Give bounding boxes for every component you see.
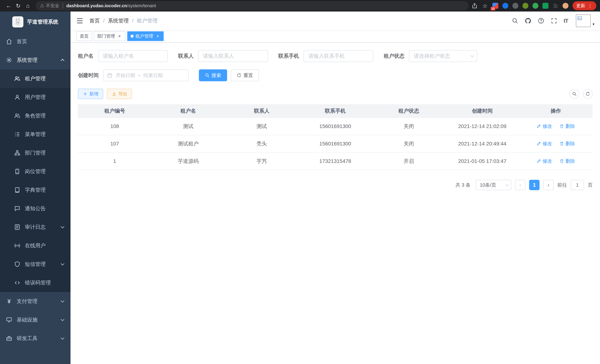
sidebar-item-tenant[interactable]: 租户管理 bbox=[0, 69, 71, 88]
extension-icon-1[interactable]: 10 bbox=[492, 3, 498, 9]
chevron-down-icon bbox=[61, 336, 64, 340]
security-indicator[interactable]: ⚠ 不安全 bbox=[40, 3, 59, 9]
sidebar-item-post[interactable]: 岗位管理 bbox=[0, 162, 71, 181]
column-header-phone: 联系手机 bbox=[299, 104, 372, 118]
cell-name: 测试 bbox=[151, 118, 225, 135]
sidebar-item-dict[interactable]: 字典管理 bbox=[0, 181, 71, 199]
extension-badge: 10 bbox=[490, 7, 495, 10]
phone-input[interactable] bbox=[303, 50, 373, 62]
reset-button[interactable]: 重置 bbox=[231, 69, 259, 81]
date-range-picker[interactable]: 开始日期 - 结束日期 bbox=[103, 69, 188, 81]
filter-label: 创建时间 bbox=[78, 72, 99, 79]
logo[interactable]: 芋道管理系统 bbox=[0, 11, 71, 32]
browser-update-button[interactable]: 更新 ⋮ bbox=[572, 1, 596, 10]
cell-created: 2021-12-14 20:49:44 bbox=[445, 135, 519, 152]
goto-page-input[interactable] bbox=[571, 180, 584, 190]
sidebar-item-notice[interactable]: 通知公告 bbox=[0, 199, 71, 218]
search-icon[interactable] bbox=[512, 18, 518, 24]
prev-page-button[interactable]: ‹ bbox=[515, 180, 525, 190]
sidebar-collapse-icon[interactable] bbox=[76, 17, 84, 25]
tenant-name-input[interactable] bbox=[98, 50, 168, 62]
delete-link[interactable]: 删除 bbox=[560, 123, 575, 130]
warning-icon: ⚠ bbox=[40, 3, 44, 8]
breadcrumb-home[interactable]: 首页 bbox=[89, 17, 100, 24]
next-page-button[interactable]: › bbox=[543, 180, 554, 190]
refresh-table-button[interactable] bbox=[583, 89, 593, 99]
sidebar-item-infra[interactable]: 基础设施 bbox=[0, 311, 71, 329]
sidebar-item-online-user[interactable]: 在线用户 bbox=[0, 236, 71, 255]
delete-link[interactable]: 删除 bbox=[560, 158, 575, 164]
sidebar-item-payment[interactable]: ¥ 支付管理 bbox=[0, 292, 71, 311]
address-bar[interactable]: ⚠ 不安全 dashboard.yudao.iocoder.cn/system/… bbox=[36, 1, 469, 10]
bookmark-star-icon[interactable]: ☆ bbox=[482, 1, 488, 10]
sidebar-item-audit-log[interactable]: 审计日志 bbox=[0, 218, 71, 236]
url-host: dashboard.yudao.iocoder.cn bbox=[66, 3, 127, 8]
edit-link[interactable]: 修改 bbox=[536, 158, 552, 164]
sidebar-item-role[interactable]: 角色管理 bbox=[0, 106, 71, 125]
signal-icon bbox=[14, 243, 20, 249]
cell-phone: 15601691300 bbox=[299, 118, 372, 135]
toggle-search-button[interactable] bbox=[570, 89, 579, 99]
close-icon[interactable]: × bbox=[117, 34, 122, 39]
extension-icon-5[interactable] bbox=[533, 3, 538, 9]
profile-avatar[interactable] bbox=[562, 3, 568, 9]
browser-back-button[interactable]: ← bbox=[4, 1, 13, 10]
browser-menu-icon[interactable]: ⋮ bbox=[588, 3, 593, 9]
sidebar-item-sms[interactable]: 短信管理 bbox=[0, 255, 71, 273]
extension-icon-4[interactable] bbox=[523, 3, 528, 9]
extensions-puzzle-icon[interactable] bbox=[553, 3, 558, 9]
app-title: 芋道管理系统 bbox=[27, 18, 58, 25]
help-icon[interactable] bbox=[538, 18, 544, 24]
sidebar-item-label: 研发工具 bbox=[17, 335, 38, 342]
add-button[interactable]: 新增 bbox=[78, 89, 103, 99]
table-row[interactable]: 108 测试 测试 15601691300 关闭 2021-12-14 21:0… bbox=[78, 118, 593, 135]
user-menu[interactable]: ▾ bbox=[576, 14, 594, 27]
tag-dept[interactable]: 部门管理 × bbox=[94, 31, 125, 41]
main-area: 首页 / 系统管理 / 租户管理 tT ▾ 首页 bbox=[71, 11, 600, 364]
filter-label: 租户状态 bbox=[384, 53, 404, 60]
status-select[interactable]: 请选择租户状态 bbox=[409, 50, 477, 62]
tag-home[interactable]: 首页 bbox=[76, 31, 92, 41]
close-icon[interactable]: × bbox=[155, 34, 160, 39]
breadcrumb-section[interactable]: 系统管理 bbox=[108, 17, 129, 24]
filter-row-2: 创建时间 开始日期 - 结束日期 搜索 重置 bbox=[78, 69, 593, 81]
sidebar-item-dept[interactable]: 部门管理 bbox=[0, 144, 71, 162]
sidebar-item-user[interactable]: 用户管理 bbox=[0, 88, 71, 106]
extension-icon-2[interactable] bbox=[502, 3, 508, 9]
contact-input[interactable] bbox=[198, 50, 268, 62]
extension-icon-6[interactable] bbox=[543, 3, 548, 9]
fullscreen-icon[interactable] bbox=[551, 18, 557, 24]
refresh-icon bbox=[237, 73, 242, 78]
cell-contact: 测试 bbox=[225, 118, 299, 135]
sidebar-item-label: 错误码管理 bbox=[25, 279, 51, 286]
sidebar-item-error-code[interactable]: 错误码管理 bbox=[0, 273, 71, 292]
filter-phone: 联系手机 bbox=[278, 50, 373, 62]
edit-link[interactable]: 修改 bbox=[536, 123, 552, 130]
sidebar-item-devtools[interactable]: 研发工具 bbox=[0, 329, 71, 348]
browser-chrome: ← ↻ ⌂ ⚠ 不安全 dashboard.yudao.iocoder.cn/s… bbox=[0, 0, 600, 11]
sidebar-item-system[interactable]: 系统管理 bbox=[0, 51, 71, 69]
search-button[interactable]: 搜索 bbox=[199, 69, 227, 81]
browser-home-button[interactable]: ⌂ bbox=[23, 1, 33, 10]
table-row[interactable]: 1 芋道源码 芋艿 17321315478 开启 2021-01-05 17:0… bbox=[78, 152, 593, 170]
tag-tenant[interactable]: 租户管理 × bbox=[127, 31, 164, 41]
page-size-select[interactable]: 10条/页 bbox=[476, 180, 511, 190]
github-icon[interactable] bbox=[525, 18, 531, 24]
add-button-label: 新增 bbox=[89, 91, 98, 97]
url-path: /system/tenant bbox=[127, 3, 156, 8]
sidebar-item-label: 审计日志 bbox=[25, 224, 46, 231]
page-number-1[interactable]: 1 bbox=[529, 180, 540, 190]
table-row[interactable]: 107 测试租户 秃头 15601691300 关闭 2021-12-14 20… bbox=[78, 135, 593, 152]
font-size-icon[interactable]: tT bbox=[564, 18, 568, 24]
sidebar-item-label: 部门管理 bbox=[25, 149, 46, 156]
sidebar-item-home[interactable]: 首页 bbox=[0, 32, 71, 51]
top-navbar: 首页 / 系统管理 / 租户管理 tT ▾ bbox=[71, 11, 600, 30]
delete-link[interactable]: 删除 bbox=[560, 140, 575, 147]
extension-icon-3[interactable] bbox=[512, 3, 518, 9]
edit-link[interactable]: 修改 bbox=[536, 140, 552, 147]
browser-reload-button[interactable]: ↻ bbox=[13, 1, 23, 10]
export-button[interactable]: 导出 bbox=[107, 89, 132, 99]
share-icon[interactable] bbox=[472, 3, 478, 9]
sidebar: 芋道管理系统 首页 系统管理 租户管理 用户管理 角色管理 bbox=[0, 11, 71, 364]
sidebar-item-menu[interactable]: 菜单管理 bbox=[0, 125, 71, 144]
